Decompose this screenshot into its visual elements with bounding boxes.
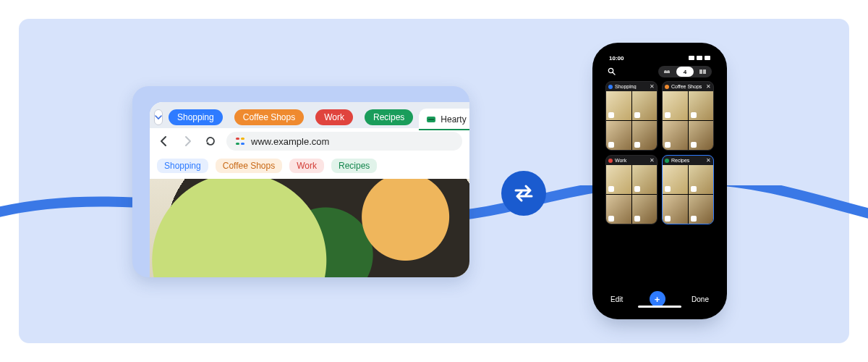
thumb	[689, 165, 714, 194]
thumb	[689, 91, 714, 120]
wifi-icon	[697, 56, 702, 60]
bookmark-label: Work	[297, 161, 317, 171]
thumb	[632, 165, 658, 194]
illustration-stage: Shopping Coffee Shops Work Recipes Heart…	[19, 19, 849, 343]
bookmark-group-work[interactable]: Work	[289, 159, 324, 173]
group-color-dot	[608, 159, 613, 163]
desktop-browser-mock: Shopping Coffee Shops Work Recipes Heart…	[132, 86, 469, 277]
segment-groups-icon[interactable]	[694, 66, 712, 77]
favicon-icon	[426, 114, 436, 125]
tab-group-label: Shopping	[177, 112, 214, 122]
bookmark-label: Coffee Shops	[223, 161, 276, 171]
food-photo-placeholder	[150, 179, 469, 277]
svg-rect-2	[236, 138, 239, 140]
close-icon[interactable]: ✕	[706, 157, 711, 164]
svg-line-7	[613, 72, 615, 75]
segment-private-icon[interactable]	[658, 66, 676, 77]
tab-group-work[interactable]: Work	[315, 109, 353, 125]
svg-rect-3	[241, 138, 244, 140]
reload-button[interactable]	[203, 134, 218, 148]
search-icon[interactable]	[608, 67, 616, 77]
thumb	[632, 195, 658, 224]
address-bar-row: www.example.com	[150, 128, 469, 154]
tab-group-coffee-shops[interactable]: Coffee Shops	[234, 109, 305, 125]
svg-rect-8	[699, 70, 702, 74]
edit-button[interactable]: Edit	[610, 295, 623, 303]
group-title: Coffee Shops	[671, 84, 704, 89]
close-icon[interactable]: ✕	[650, 83, 655, 90]
svg-rect-4	[236, 143, 239, 145]
bookmark-label: Shopping	[164, 161, 201, 171]
bookmark-group-shopping[interactable]: Shopping	[157, 159, 208, 173]
close-icon[interactable]: ✕	[706, 83, 711, 90]
battery-icon	[705, 56, 710, 60]
group-color-dot	[608, 85, 613, 89]
thumb	[663, 91, 688, 120]
bookmark-label: Recipes	[339, 161, 370, 171]
group-title: Work	[615, 158, 647, 163]
status-bar: 10:00	[602, 52, 718, 64]
thumb	[663, 195, 688, 224]
page-content-image	[150, 179, 469, 277]
address-text: www.example.com	[251, 136, 329, 147]
group-title: Shopping	[615, 84, 647, 89]
thumb	[632, 91, 658, 120]
forward-button[interactable]	[180, 134, 195, 148]
thumb	[632, 121, 658, 150]
svg-rect-1	[428, 119, 434, 120]
phone-group-shopping[interactable]: Shopping✕	[605, 81, 658, 151]
bookmark-group-coffee-shops[interactable]: Coffee Shops	[216, 159, 283, 173]
site-settings-icon[interactable]	[235, 136, 245, 146]
phone-group-recipes[interactable]: Recipes✕	[662, 155, 714, 224]
home-indicator	[638, 306, 681, 308]
tab-group-shopping[interactable]: Shopping	[169, 109, 223, 125]
address-field[interactable]: www.example.com	[226, 132, 462, 151]
phone-mock: 10:00 4 Shopping✕	[597, 48, 722, 314]
close-icon[interactable]: ✕	[650, 157, 655, 164]
thumb	[606, 91, 631, 120]
status-time: 10:00	[609, 55, 624, 62]
thumb	[689, 195, 714, 224]
new-tab-button[interactable]: +	[650, 291, 665, 307]
bookmark-groups-bar: Shopping Coffee Shops Work Recipes	[150, 154, 469, 179]
phone-group-coffee-shops[interactable]: Coffee Shops✕	[662, 81, 714, 151]
thumb	[663, 165, 688, 194]
thumb	[689, 121, 714, 150]
svg-rect-5	[241, 143, 244, 145]
active-tab[interactable]: Hearty Herb	[419, 109, 469, 130]
thumb	[606, 195, 631, 224]
done-button[interactable]: Done	[692, 295, 709, 303]
svg-rect-9	[703, 70, 706, 74]
group-color-dot	[665, 85, 669, 89]
tab-view-segment[interactable]: 4	[658, 66, 712, 77]
group-color-dot	[665, 159, 669, 163]
segment-tab-count[interactable]: 4	[676, 67, 694, 77]
tab-switcher-toolbar: 4	[602, 64, 718, 80]
group-title: Recipes	[671, 158, 704, 163]
thumb	[606, 121, 631, 150]
active-tab-title: Hearty Herb	[441, 114, 469, 125]
tab-group-label: Work	[324, 112, 344, 122]
back-button[interactable]	[157, 134, 171, 148]
sync-icon	[501, 171, 546, 216]
thumb	[606, 165, 631, 194]
tab-group-label: Coffee Shops	[243, 112, 296, 122]
tab-group-label: Recipes	[373, 112, 404, 122]
tab-groups-grid: Shopping✕ Coffee Shops✕ Work✕ Recipes✕	[602, 80, 718, 288]
signal-icon	[689, 56, 694, 60]
phone-group-work[interactable]: Work✕	[605, 155, 658, 224]
thumb	[663, 121, 688, 150]
bookmark-group-recipes[interactable]: Recipes	[331, 159, 377, 173]
tab-bar: Shopping Coffee Shops Work Recipes Heart…	[150, 102, 469, 128]
tabs-dropdown-button[interactable]	[154, 109, 163, 125]
tab-group-recipes[interactable]: Recipes	[365, 109, 413, 125]
